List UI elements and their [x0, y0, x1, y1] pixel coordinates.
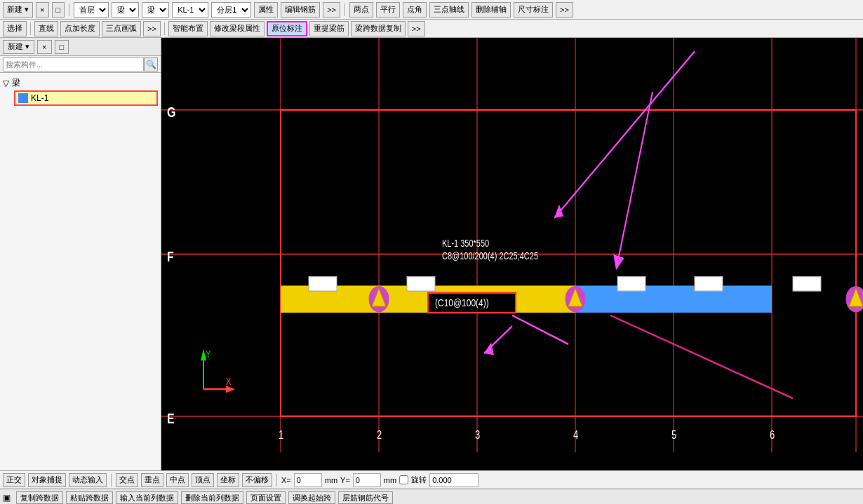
toolbar-row1: 新建 ▾ × □ 首层 梁 梁 KL-1 分层1 属性 编辑钢筋 >> 两点 平…: [0, 0, 863, 20]
svg-rect-19: [617, 277, 645, 292]
left-new-button[interactable]: 新建 ▾: [3, 40, 34, 54]
add-length-button[interactable]: 点加长度: [60, 21, 100, 36]
y-unit: mm: [384, 476, 396, 484]
x-input[interactable]: [294, 473, 322, 487]
center-button[interactable]: 中点: [166, 473, 189, 487]
svg-text:6: 6: [770, 428, 775, 441]
svg-text:5: 5: [671, 428, 676, 441]
layer-rebar-button[interactable]: 层筋钢筋代号: [338, 491, 393, 504]
sep2: [344, 4, 345, 16]
beam-icon: [18, 93, 28, 103]
line-button[interactable]: 直线: [34, 21, 58, 36]
new-button[interactable]: 新建 ▾: [3, 2, 33, 18]
svg-text:X: X: [226, 376, 232, 388]
svg-marker-47: [554, 205, 563, 218]
edit-rebar-button[interactable]: 编辑钢筋: [281, 2, 320, 18]
tree-child: KL-1: [14, 90, 158, 106]
dyn-input-button[interactable]: 动态输入: [69, 473, 107, 487]
svg-line-44: [512, 315, 568, 344]
svg-rect-20: [695, 277, 723, 292]
bottom-panel: ▣ 复制跨数据 粘贴跨数据 输入当前列数据 删除当前列数据 页面设置 调换起始跨…: [0, 489, 863, 504]
y-label: Y=: [340, 476, 350, 484]
rotate-label: 旋转: [411, 475, 427, 485]
obj-snap-button[interactable]: 对象捕捉: [28, 473, 66, 487]
copy-span-button[interactable]: 复制跨数据: [16, 491, 63, 504]
sep4: [164, 22, 165, 35]
intersect-button[interactable]: 交点: [116, 473, 138, 487]
rotate-input[interactable]: [429, 473, 479, 487]
toolbar-row2: 选择 直线 点加长度 三点画弧 >> 智能布置 修改梁段属性 原位标注 重提梁筋…: [0, 20, 863, 38]
expand-button2[interactable]: >>: [556, 2, 573, 18]
angle-button[interactable]: 点角: [403, 2, 427, 18]
svg-rect-10: [281, 110, 856, 416]
orig-mark-button[interactable]: 原位标注: [267, 21, 307, 36]
del-aux-button[interactable]: 删除辅轴: [471, 2, 511, 18]
modify-prop-button[interactable]: 修改梁段属性: [210, 21, 265, 36]
dim-mark-button[interactable]: 尺寸标注: [514, 2, 553, 18]
expand-button4[interactable]: >>: [408, 21, 425, 36]
top-button[interactable]: 顶点: [192, 473, 214, 487]
svg-text:C8@100/200(4) 2C25;4C25: C8@100/200(4) 2C25;4C25: [442, 251, 538, 262]
ortho-button[interactable]: 正交: [3, 473, 25, 487]
parallel-button[interactable]: 平行: [376, 2, 400, 18]
no-offset-button[interactable]: 不偏移: [242, 473, 272, 487]
svg-text:F: F: [167, 248, 174, 264]
copy-tab-button[interactable]: □: [52, 2, 65, 18]
left-panel: 新建 ▾ × □ 🔍 ▽ 梁 KL-1: [0, 38, 161, 470]
left-close-button[interactable]: ×: [37, 40, 51, 54]
y-input[interactable]: [353, 473, 381, 487]
search-bar: 🔍: [0, 56, 161, 73]
svg-text:(C10@100(4)): (C10@100(4)): [435, 297, 489, 309]
paste-span-button[interactable]: 粘贴跨数据: [66, 491, 113, 504]
three-draw-button[interactable]: 三点画弧: [102, 21, 141, 36]
del-cur-button[interactable]: 删除当前列数据: [181, 491, 243, 504]
svg-rect-21: [793, 277, 821, 292]
layer-select[interactable]: 分层1: [211, 2, 251, 18]
svg-text:G: G: [167, 104, 175, 120]
svg-rect-18: [407, 277, 435, 292]
search-button[interactable]: 🔍: [144, 57, 158, 71]
svg-text:1: 1: [279, 428, 283, 441]
repeat-beam-button[interactable]: 重提梁筋: [309, 21, 349, 36]
sep5: [111, 474, 112, 486]
tree-kl1-item[interactable]: KL-1: [14, 90, 158, 106]
expand-icon: ▽: [3, 79, 9, 88]
floor-select[interactable]: 首层: [74, 2, 109, 18]
status-bar: 正交 对象捕捉 动态输入 交点 垂点 中点 顶点 坐标 不偏移 X= mm Y=…: [0, 470, 863, 489]
attr-button[interactable]: 属性: [254, 2, 278, 18]
svg-text:KL-1 350*550: KL-1 350*550: [442, 238, 489, 250]
canvas-area[interactable]: KL-1 350*550 C8@100/200(4) 2C25;4C25 (C1…: [161, 38, 863, 470]
page-setup-button[interactable]: 页面设置: [246, 491, 286, 504]
tree-child-label: KL-1: [31, 93, 48, 103]
coord-button[interactable]: 坐标: [217, 473, 239, 487]
member-type1-select[interactable]: 梁: [112, 2, 139, 18]
svg-text:4: 4: [573, 428, 578, 441]
member-id-select[interactable]: KL-1: [172, 2, 208, 18]
expand-button3[interactable]: >>: [143, 21, 161, 36]
expand-button1[interactable]: >>: [323, 2, 340, 18]
svg-text:Y: Y: [206, 349, 211, 360]
beam-copy-button[interactable]: 梁跨数据复制: [351, 21, 406, 36]
sep3: [30, 22, 31, 35]
three-axis-button[interactable]: 三点轴线: [429, 2, 469, 18]
svg-line-45: [610, 315, 793, 398]
smart-btn[interactable]: 智能布置: [168, 21, 208, 36]
left-panel-header: 新建 ▾ × □: [0, 38, 161, 56]
bottom-toolbar: ▣ 复制跨数据 粘贴跨数据 输入当前列数据 删除当前列数据 页面设置 调换起始跨…: [0, 489, 863, 504]
x-unit: mm: [325, 476, 337, 484]
select-button[interactable]: 选择: [3, 21, 27, 36]
tree-parent-label: 梁: [12, 77, 20, 89]
tree-item-beam[interactable]: ▽ 梁: [3, 76, 158, 90]
left-copy-button[interactable]: □: [55, 40, 69, 54]
rotate-checkbox[interactable]: [399, 475, 408, 484]
midpoint-button[interactable]: 垂点: [141, 473, 163, 487]
adj-start-button[interactable]: 调换起始跨: [288, 491, 335, 504]
cad-drawing: KL-1 350*550 C8@100/200(4) 2C25;4C25 (C1…: [161, 38, 863, 470]
search-input[interactable]: [3, 57, 144, 71]
member-type2-select[interactable]: 梁: [142, 2, 169, 18]
two-point-button[interactable]: 两点: [349, 2, 373, 18]
svg-line-43: [617, 92, 653, 263]
sep1: [69, 4, 69, 16]
close-tab-button[interactable]: ×: [36, 2, 48, 18]
input-cur-button[interactable]: 输入当前列数据: [116, 491, 178, 504]
